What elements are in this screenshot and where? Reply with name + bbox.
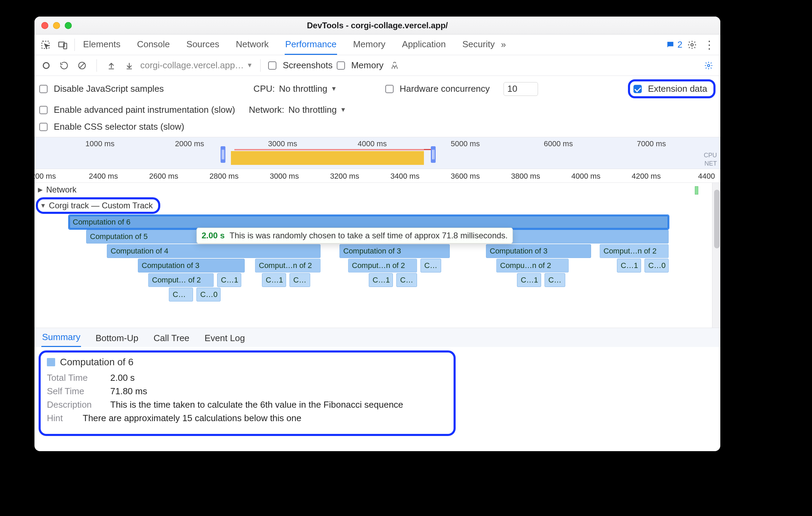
download-profile-icon[interactable]: [122, 59, 136, 72]
summary-title-row: Computation of 6: [47, 357, 447, 368]
zoom-window-button[interactable]: [65, 22, 72, 29]
network-track-header[interactable]: ▶ Network: [38, 185, 77, 195]
summary-row: Description This is the time taken to ca…: [47, 399, 447, 410]
tab-console[interactable]: Console: [136, 35, 170, 55]
ruler-tick: 4400: [698, 172, 715, 181]
panel-overflow-icon[interactable]: »: [497, 39, 509, 50]
cpu-throttling-select[interactable]: No throttling ▼: [279, 83, 337, 94]
reload-record-button[interactable]: [57, 59, 71, 72]
css-selector-stats-label: Enable CSS selector stats (slow): [54, 121, 184, 132]
tab-memory[interactable]: Memory: [352, 35, 386, 55]
network-label: Network:: [249, 105, 284, 115]
inspect-element-icon[interactable]: [38, 37, 53, 52]
overview-tick: 1000 ms: [85, 139, 114, 148]
flame-chart[interactable]: ▶ Network ▼ Corgi track — Custom Track C…: [34, 183, 712, 328]
flame-scrollbar[interactable]: [712, 183, 720, 328]
tab-call-tree[interactable]: Call Tree: [153, 329, 190, 347]
flame-entry[interactable]: C…1: [217, 273, 241, 287]
tab-security[interactable]: Security: [462, 35, 496, 55]
flame-entry[interactable]: C…1: [617, 259, 641, 272]
hardware-concurrency-input[interactable]: 10: [504, 82, 538, 96]
upload-profile-icon[interactable]: [104, 59, 118, 72]
flame-entry[interactable]: C…: [396, 273, 417, 287]
flame-entry[interactable]: C…: [420, 259, 441, 272]
flame-entry[interactable]: Computation of 3: [486, 244, 591, 258]
titlebar: DevTools - corgi-collage.vercel.app/: [34, 17, 720, 34]
cpu-label: CPU:: [253, 83, 275, 94]
overview-range-handle-right[interactable]: [431, 146, 436, 163]
scrollbar-thumb[interactable]: [714, 190, 720, 248]
extension-data-toggle[interactable]: Extension data: [633, 83, 707, 94]
panel-tab-strip: Elements Console Sources Network Perform…: [34, 34, 720, 55]
tab-application[interactable]: Application: [401, 35, 446, 55]
flame-entry[interactable]: Computation of 3: [339, 244, 450, 258]
summary-title: Computation of 6: [60, 357, 133, 368]
clear-button[interactable]: [75, 59, 89, 72]
overview-range-handle-left[interactable]: [221, 146, 225, 163]
checkbox-checked-icon: [633, 85, 642, 93]
issues-count: 2: [678, 39, 682, 50]
tab-elements[interactable]: Elements: [82, 35, 121, 55]
memory-label: Memory: [351, 60, 384, 71]
checkbox-icon: [39, 106, 48, 114]
issues-counter[interactable]: 2: [666, 39, 682, 50]
settings-gear-icon[interactable]: [684, 37, 700, 52]
window-title: DevTools - corgi-collage.vercel.app/: [34, 21, 720, 30]
flame-entry[interactable]: Comput… of 2: [148, 273, 214, 287]
device-toolbar-icon[interactable]: [55, 37, 70, 52]
summary-key: Total Time: [47, 373, 102, 383]
disable-js-samples-toggle[interactable]: Disable JavaScript samples: [39, 83, 164, 94]
overview-activity-bar: [231, 151, 424, 165]
summary-row: Self Time 71.80 ms: [47, 386, 447, 397]
tab-network[interactable]: Network: [235, 35, 269, 55]
record-button[interactable]: [39, 59, 53, 72]
network-track-label: Network: [46, 185, 77, 195]
flame-entry[interactable]: C…: [545, 273, 565, 287]
gc-icon[interactable]: [388, 59, 402, 72]
separator: [260, 59, 261, 72]
extension-data-highlight: Extension data: [628, 79, 715, 98]
tab-summary[interactable]: Summary: [41, 328, 81, 347]
capture-settings: Disable JavaScript samples CPU: No throt…: [34, 76, 720, 137]
overview-strip[interactable]: 1000 ms 2000 ms 3000 ms 4000 ms 5000 ms …: [34, 137, 720, 169]
flame-entry[interactable]: C…1: [262, 273, 286, 287]
hardware-concurrency-label: Hardware concurrency: [400, 83, 490, 94]
hardware-concurrency-toggle[interactable]: Hardware concurrency: [385, 83, 490, 94]
tab-event-log[interactable]: Event Log: [204, 329, 246, 347]
disable-js-samples-label: Disable JavaScript samples: [54, 83, 164, 94]
flame-entry[interactable]: C…1: [369, 273, 393, 287]
flame-entry[interactable]: Computation of 3: [138, 259, 245, 272]
flame-entry[interactable]: Compu…n of 2: [496, 259, 569, 272]
flame-entry[interactable]: C…: [169, 288, 193, 301]
flame-entry[interactable]: C…1: [517, 273, 541, 287]
memory-toggle[interactable]: Memory: [337, 60, 384, 71]
flame-entry[interactable]: C…0: [644, 259, 669, 272]
flame-entry[interactable]: C…: [290, 273, 310, 287]
flame-entry[interactable]: Comput…n of 2: [600, 244, 669, 258]
tab-performance[interactable]: Performance: [285, 35, 337, 55]
advanced-paint-label: Enable advanced paint instrumentation (s…: [54, 105, 235, 115]
advanced-paint-toggle[interactable]: Enable advanced paint instrumentation (s…: [39, 105, 235, 115]
flame-entry[interactable]: Comput…n of 2: [348, 259, 417, 272]
checkbox-icon: [39, 123, 48, 131]
ruler-tick: 2400 ms: [89, 172, 118, 181]
recording-selector[interactable]: corgi-collage.vercel.app… ▼: [140, 60, 253, 71]
minimize-window-button[interactable]: [53, 22, 60, 29]
close-window-button[interactable]: [41, 22, 48, 29]
timeline-ruler[interactable]: 2200 ms 2400 ms 2600 ms 2800 ms 3000 ms …: [34, 169, 720, 183]
ruler-tick: 2800 ms: [210, 172, 238, 181]
flame-entry[interactable]: C…0: [196, 288, 221, 301]
css-selector-stats-toggle[interactable]: Enable CSS selector stats (slow): [39, 121, 184, 132]
network-throttling-select[interactable]: No throttling ▼: [288, 105, 346, 115]
checkbox-icon: [337, 61, 345, 70]
tab-bottom-up[interactable]: Bottom-Up: [95, 329, 139, 347]
svg-point-5: [708, 64, 710, 67]
flame-entry[interactable]: Computation of 4: [107, 244, 321, 258]
more-menu-icon[interactable]: ⋮: [702, 37, 717, 52]
screenshots-toggle[interactable]: Screenshots: [268, 60, 333, 71]
tab-sources[interactable]: Sources: [186, 35, 220, 55]
capture-settings-gear-icon[interactable]: [702, 59, 715, 72]
flame-entry-selected[interactable]: Computation of 6: [69, 215, 669, 229]
flame-entry[interactable]: Comput…n of 2: [255, 259, 321, 272]
network-request-mark[interactable]: [695, 186, 698, 195]
